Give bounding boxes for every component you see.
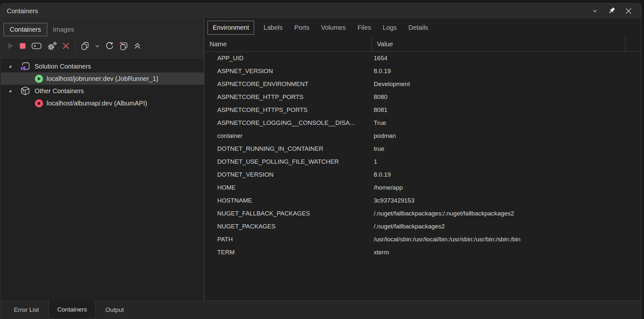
env-value: 1	[371, 158, 641, 165]
window-content: Containers Images	[1, 18, 641, 301]
table-row[interactable]: PATH /usr/local/sbin:/usr/local/bin:/usr…	[204, 233, 641, 246]
tree-group-solution-containers[interactable]: Solution Containers	[1, 60, 204, 72]
env-value: 8.0.19	[371, 171, 641, 178]
collapse-all-icon	[133, 42, 142, 50]
env-value: true	[371, 145, 641, 152]
table-row[interactable]: ASPNETCORE_ENVIRONMENT Development	[204, 78, 641, 91]
remove-container-button[interactable]	[117, 40, 130, 52]
env-value: podman	[371, 132, 641, 139]
containers-explorer-pane: Containers Images	[1, 18, 204, 301]
tree-item-albumapi[interactable]: localhost/albumapi:dev (AlbumAPI)	[1, 97, 204, 109]
env-name: DOTNET_USE_POLLING_FILE_WATCHER	[204, 158, 371, 165]
tab-labels[interactable]: Labels	[259, 21, 287, 34]
env-value: /.nuget/fallbackpackages2	[371, 223, 641, 230]
env-value: 8.0.19	[371, 68, 641, 75]
grid-header: Name Value	[204, 37, 641, 52]
env-name: ASPNET_VERSION	[204, 68, 371, 75]
bottom-tab-error-list[interactable]: Error List	[4, 301, 48, 319]
tab-ports[interactable]: Ports	[289, 21, 314, 34]
env-name: HOSTNAME	[204, 197, 371, 204]
env-name: ASPNETCORE_HTTPS_PORTS	[204, 106, 371, 114]
table-row[interactable]: NUGET_FALLBACK_PACKAGES /.nuget/fallback…	[204, 207, 641, 220]
terminal-icon	[31, 42, 42, 50]
env-value: Development	[371, 81, 641, 88]
table-row[interactable]: ASPNETCORE_HTTPS_PORTS 8081	[204, 104, 641, 116]
containers-tool-window: Containers Container	[1, 3, 641, 319]
configure-button[interactable]	[46, 40, 59, 52]
tree-group-label: Other Containers	[35, 87, 84, 95]
remove-copy-icon	[119, 41, 128, 51]
env-value: 3c9373429153	[371, 197, 641, 204]
bottom-tab-containers[interactable]: Containers	[48, 301, 96, 319]
env-name: ASPNETCORE_LOGGING__CONSOLE__DISA...	[204, 119, 371, 126]
env-name: PATH	[204, 236, 371, 243]
tree-group-other-containers[interactable]: Other Containers	[1, 85, 204, 97]
window-title: Containers	[7, 7, 38, 15]
delete-button[interactable]	[61, 40, 71, 52]
env-name: NUGET_FALLBACK_PACKAGES	[204, 210, 371, 217]
stopped-status-icon	[33, 98, 44, 108]
expand-arrow-icon[interactable]	[7, 88, 13, 94]
copy-button[interactable]	[80, 40, 90, 52]
container-details-pane: Environment Labels Ports Volumes Files L…	[204, 18, 641, 301]
column-header-extra	[625, 37, 641, 51]
stop-button[interactable]	[18, 40, 27, 52]
tab-volumes[interactable]: Volumes	[316, 21, 351, 34]
env-name: ASPNETCORE_ENVIRONMENT	[204, 81, 371, 88]
tab-details[interactable]: Details	[403, 21, 433, 34]
play-icon	[6, 42, 15, 50]
expand-arrow-icon[interactable]	[7, 64, 13, 69]
table-row[interactable]: ASPNET_VERSION 8.0.19	[204, 65, 641, 78]
table-row[interactable]: APP_UID 1654	[204, 52, 641, 65]
refresh-icon	[105, 41, 114, 50]
copy-icon	[80, 41, 90, 50]
tree-item-label: localhost/jobrunner:dev (JobRunner_1)	[47, 75, 158, 82]
env-value: 1654	[371, 55, 641, 62]
table-row[interactable]: ASPNETCORE_LOGGING__CONSOLE__DISA... Tru…	[204, 116, 641, 129]
containers-toolbar	[1, 37, 204, 55]
close-icon[interactable]	[624, 7, 633, 15]
bottom-tab-output[interactable]: Output	[96, 301, 134, 319]
tab-files[interactable]: Files	[353, 21, 376, 34]
column-header-name[interactable]: Name	[204, 37, 371, 51]
env-value: True	[371, 119, 641, 126]
pin-icon[interactable]	[607, 7, 616, 15]
tree-item-jobrunner[interactable]: localhost/jobrunner:dev (JobRunner_1)	[1, 72, 204, 85]
table-row[interactable]: NUGET_PACKAGES /.nuget/fallbackpackages2	[204, 220, 641, 233]
copy-dropdown-chevron-icon[interactable]	[92, 40, 102, 52]
window-position-chevron-icon[interactable]	[591, 7, 599, 15]
refresh-button[interactable]	[105, 40, 114, 52]
tool-window-tab-strip: Error List Containers Output	[1, 301, 641, 319]
tab-images[interactable]: Images	[47, 23, 80, 36]
tab-environment[interactable]: Environment	[208, 21, 254, 35]
tab-logs[interactable]: Logs	[378, 21, 402, 34]
env-name: HOME	[204, 184, 371, 191]
start-button[interactable]	[5, 40, 15, 52]
containers-tree: Solution Containers localhost/jobrunner:…	[1, 58, 204, 109]
env-name: container	[204, 132, 371, 139]
table-row[interactable]: DOTNET_RUNNING_IN_CONTAINER true	[204, 142, 641, 155]
details-tabs: Environment Labels Ports Volumes Files L…	[204, 18, 641, 37]
table-row[interactable]: HOME /home/app	[204, 181, 641, 194]
column-header-value[interactable]: Value	[371, 37, 625, 51]
running-status-icon	[33, 73, 44, 84]
table-row[interactable]: TERM xterm	[204, 246, 641, 259]
env-value: 8080	[371, 94, 641, 101]
env-name: APP_UID	[204, 55, 371, 62]
env-value: 8081	[371, 106, 641, 114]
table-row[interactable]: DOTNET_USE_POLLING_FILE_WATCHER 1	[204, 155, 641, 168]
env-name: TERM	[204, 249, 371, 256]
gears-icon	[47, 41, 57, 51]
explorer-tabs: Containers Images	[1, 18, 204, 37]
left-pane-header: Containers Images	[1, 18, 204, 58]
table-row[interactable]: HOSTNAME 3c9373429153	[204, 194, 641, 207]
table-row[interactable]: DOTNET_VERSION 8.0.19	[204, 168, 641, 181]
open-terminal-button[interactable]	[30, 40, 43, 52]
collapse-all-button[interactable]	[133, 40, 142, 52]
env-name: DOTNET_RUNNING_IN_CONTAINER	[204, 145, 371, 152]
table-row[interactable]: ASPNETCORE_HTTP_PORTS 8080	[204, 91, 641, 104]
tab-containers[interactable]: Containers	[4, 23, 47, 36]
env-name: NUGET_PACKAGES	[204, 223, 371, 230]
table-row[interactable]: container podman	[204, 129, 641, 142]
env-value: xterm	[371, 249, 641, 256]
